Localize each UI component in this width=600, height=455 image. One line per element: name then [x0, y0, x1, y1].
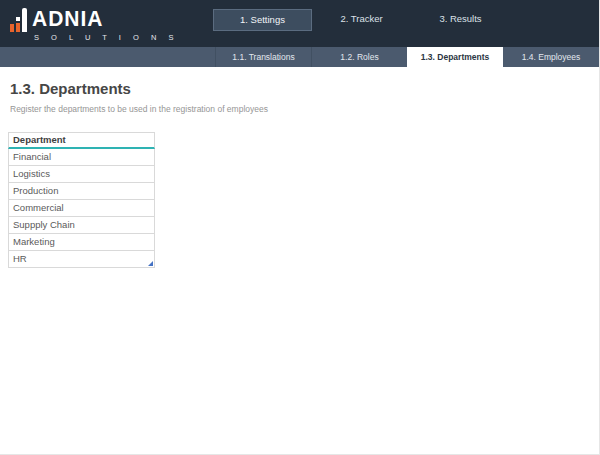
- logo-bar-middle: [16, 17, 20, 32]
- top-header: ADNIA S O L U T I O N S 1. Settings 2. T…: [0, 0, 599, 47]
- logo-bar-short: [10, 24, 14, 32]
- tab-translations[interactable]: 1.1. Translations: [215, 47, 311, 67]
- bar-chart-logo-icon: [10, 8, 27, 32]
- main-nav: 1. Settings 2. Tracker 3. Results: [213, 9, 510, 31]
- nav-results[interactable]: 3. Results: [411, 9, 510, 31]
- content-area: 1.3. Departments Register the department…: [0, 80, 599, 268]
- nav-tracker[interactable]: 2. Tracker: [312, 9, 411, 31]
- logo-stem: [16, 23, 20, 32]
- table-header-department: Department: [8, 132, 155, 149]
- tab-employees[interactable]: 1.4. Employees: [503, 47, 599, 67]
- table-resize-handle-icon[interactable]: [148, 261, 153, 266]
- logo-text: ADNIA S O L U T I O N S: [32, 7, 178, 42]
- page-subtitle: Register the departments to be used in t…: [10, 104, 599, 114]
- table-row[interactable]: Financial: [8, 149, 155, 166]
- nav-settings[interactable]: 1. Settings: [213, 9, 312, 31]
- logo-dot: [16, 17, 20, 21]
- logo-tagline: S O L U T I O N S: [32, 33, 178, 42]
- table-row[interactable]: HR: [8, 251, 155, 268]
- app-window: ADNIA S O L U T I O N S 1. Settings 2. T…: [0, 0, 600, 455]
- adnia-logo: ADNIA S O L U T I O N S: [10, 7, 178, 42]
- table-row[interactable]: Suppply Chain: [8, 217, 155, 234]
- table-row[interactable]: Production: [8, 183, 155, 200]
- sub-nav: 1.1. Translations 1.2. Roles 1.3. Depart…: [0, 47, 599, 67]
- table-row[interactable]: Logistics: [8, 166, 155, 183]
- table-row[interactable]: Commercial: [8, 200, 155, 217]
- table-row[interactable]: Marketing: [8, 234, 155, 251]
- logo-bar-tall: [22, 8, 27, 32]
- tab-departments[interactable]: 1.3. Departments: [407, 47, 503, 71]
- tab-roles[interactable]: 1.2. Roles: [311, 47, 407, 67]
- page-title: 1.3. Departments: [10, 80, 599, 97]
- logo-name: ADNIA: [32, 7, 178, 31]
- departments-table: Department Financial Logistics Productio…: [8, 132, 155, 268]
